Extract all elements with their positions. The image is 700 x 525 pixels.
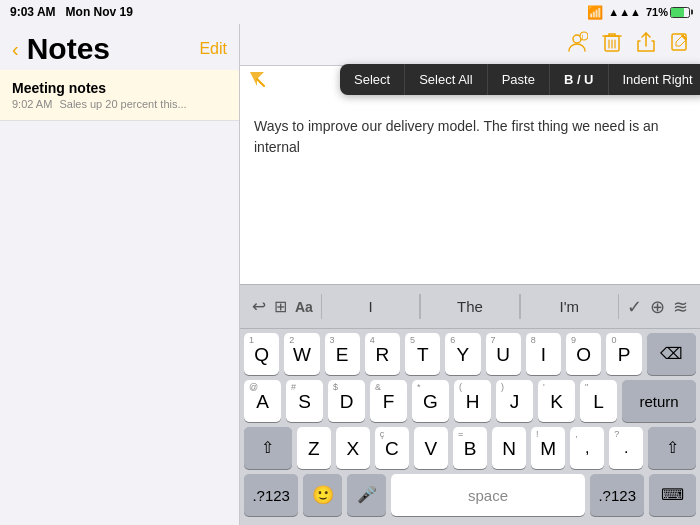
key-o[interactable]: 9O xyxy=(566,333,601,375)
time: 9:03 AM xyxy=(10,5,56,19)
key-f[interactable]: &F xyxy=(370,380,407,422)
key-k[interactable]: 'K xyxy=(538,380,575,422)
key-p[interactable]: 0P xyxy=(606,333,641,375)
wifi-icon: 📶 xyxy=(587,5,603,20)
key-j[interactable]: )J xyxy=(496,380,533,422)
predictive-words: I The I'm xyxy=(321,294,619,319)
key-i[interactable]: 8I xyxy=(526,333,561,375)
predictive-right: ✓ ⊕ ≋ xyxy=(619,296,696,318)
key-s[interactable]: #S xyxy=(286,380,323,422)
key-period[interactable]: ?. xyxy=(609,427,643,469)
key-z[interactable]: Z xyxy=(297,427,331,469)
shift-key-right[interactable]: ⇧ xyxy=(648,427,696,469)
num-key-left[interactable]: .?123 xyxy=(244,474,298,516)
share-note-icon[interactable]: ! xyxy=(566,31,588,58)
font-icon[interactable]: Aa xyxy=(295,299,313,315)
mic-key[interactable]: 🎤 xyxy=(347,474,386,516)
battery-percent: 71% xyxy=(646,6,668,18)
backspace-key[interactable]: ⌫ xyxy=(647,333,696,375)
key-row-bottom: .?123 🙂 🎤 space .?123 ⌨ xyxy=(244,474,696,516)
table-icon[interactable]: ⊞ xyxy=(274,297,287,316)
status-bar: 9:03 AM Mon Nov 19 📶 ▲▲▲ 71% xyxy=(0,0,700,24)
key-y[interactable]: 6Y xyxy=(445,333,480,375)
pred-word-2[interactable]: The xyxy=(420,294,519,319)
shift-key-left[interactable]: ⇧ xyxy=(244,427,292,469)
note-content[interactable]: Ways to improve our delivery model. The … xyxy=(240,66,700,284)
edit-button[interactable]: Edit xyxy=(199,40,227,58)
main-toolbar: ! xyxy=(240,24,700,66)
notes-list: Meeting notes 9:02 AM Sales up 20 percen… xyxy=(0,70,239,525)
key-u[interactable]: 7U xyxy=(486,333,521,375)
sidebar: ‹ Notes Edit Meeting notes 9:02 AM Sales… xyxy=(0,24,240,525)
key-t[interactable]: 5T xyxy=(405,333,440,375)
key-a[interactable]: @A xyxy=(244,380,281,422)
compose-icon[interactable] xyxy=(670,32,690,57)
context-bold-underline[interactable]: B / U xyxy=(550,64,609,95)
note-text: Ways to improve our delivery model. The … xyxy=(254,118,659,155)
battery-indicator: 71% xyxy=(646,6,690,18)
cursor-indicator xyxy=(248,70,266,88)
key-q[interactable]: 1Q xyxy=(244,333,279,375)
keyboard-rows: 1Q 2W 3E 4R 5T 6Y 7U 8I 9O 0P ⌫ @A xyxy=(240,329,700,525)
key-v[interactable]: V xyxy=(414,427,448,469)
note-meta: 9:02 AM Sales up 20 percent this... xyxy=(12,98,227,110)
back-button[interactable]: ‹ xyxy=(12,38,19,61)
sidebar-header: ‹ Notes Edit xyxy=(0,24,239,70)
note-preview: Sales up 20 percent this... xyxy=(59,98,186,110)
undo-icon[interactable]: ↩ xyxy=(252,296,266,317)
context-paste[interactable]: Paste xyxy=(488,64,550,95)
key-c[interactable]: çC xyxy=(375,427,409,469)
context-select-all[interactable]: Select All xyxy=(405,64,487,95)
plus-circle-icon[interactable]: ⊕ xyxy=(650,296,665,318)
note-item[interactable]: Meeting notes 9:02 AM Sales up 20 percen… xyxy=(0,70,239,121)
app-container: ‹ Notes Edit Meeting notes 9:02 AM Sales… xyxy=(0,24,700,525)
context-menu: Select Select All Paste B / U Indent Rig… xyxy=(340,64,700,95)
predictive-bar: ↩ ⊞ Aa I The I'm ✓ ⊕ ≋ xyxy=(240,285,700,329)
emoji-key[interactable]: 🙂 xyxy=(303,474,342,516)
key-h[interactable]: (H xyxy=(454,380,491,422)
context-indent-right[interactable]: Indent Right xyxy=(609,64,701,95)
key-x[interactable]: X xyxy=(336,427,370,469)
trash-icon[interactable] xyxy=(602,31,622,58)
share-icon[interactable] xyxy=(636,31,656,58)
return-key[interactable]: return xyxy=(622,380,696,422)
pred-word-1[interactable]: I xyxy=(321,294,420,319)
key-b[interactable]: =B xyxy=(453,427,487,469)
keyboard-tools: ↩ ⊞ Aa xyxy=(244,296,321,317)
key-row-1: 1Q 2W 3E 4R 5T 6Y 7U 8I 9O 0P ⌫ xyxy=(244,333,696,375)
context-select[interactable]: Select xyxy=(340,64,405,95)
check-icon[interactable]: ✓ xyxy=(627,296,642,318)
key-n[interactable]: N xyxy=(492,427,526,469)
sidebar-title: Notes xyxy=(27,32,110,66)
date: Mon Nov 19 xyxy=(66,5,133,19)
keyboard-area: ↩ ⊞ Aa I The I'm ✓ ⊕ ≋ 1Q xyxy=(240,284,700,525)
key-row-2: @A #S $D &F *G (H )J 'K "L return xyxy=(244,380,696,422)
key-e[interactable]: 3E xyxy=(325,333,360,375)
key-m[interactable]: !M xyxy=(531,427,565,469)
key-l[interactable]: "L xyxy=(580,380,617,422)
key-g[interactable]: *G xyxy=(412,380,449,422)
num-key-right[interactable]: .?123 xyxy=(590,474,644,516)
key-comma[interactable]: ,, xyxy=(570,427,604,469)
key-w[interactable]: 2W xyxy=(284,333,319,375)
key-row-3: ⇧ Z X çC V =B N !M ,, ?. ⇧ xyxy=(244,427,696,469)
signal-icon: ▲▲▲ xyxy=(608,6,641,18)
key-r[interactable]: 4R xyxy=(365,333,400,375)
main-content: ! xyxy=(240,24,700,525)
pred-word-3[interactable]: I'm xyxy=(520,294,619,319)
note-title: Meeting notes xyxy=(12,80,227,96)
keyboard-dismiss-key[interactable]: ⌨ xyxy=(649,474,696,516)
space-key[interactable]: space xyxy=(391,474,585,516)
note-time: 9:02 AM xyxy=(12,98,52,110)
wavy-icon[interactable]: ≋ xyxy=(673,296,688,318)
key-d[interactable]: $D xyxy=(328,380,365,422)
